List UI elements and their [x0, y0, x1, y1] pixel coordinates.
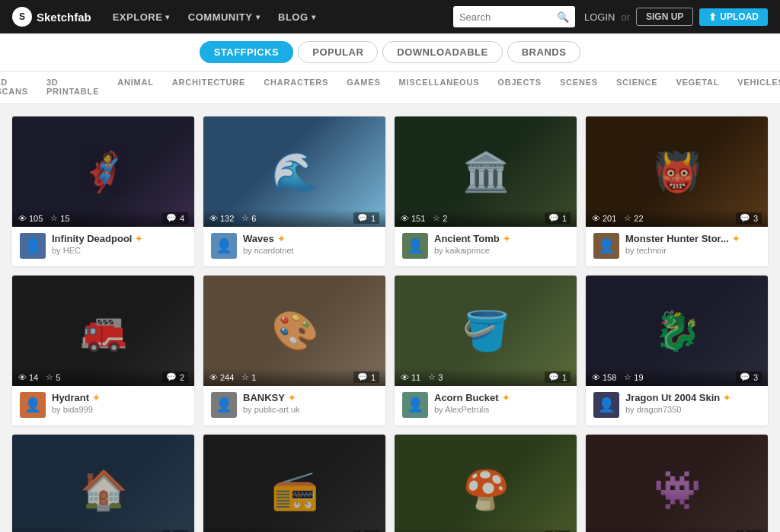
model-card[interactable]: 📻 👁 120 ☆ 8 💬 3 — [203, 435, 385, 532]
model-card[interactable]: 🍄 👁 142 ☆ 6 💬 2 — [395, 435, 577, 532]
cat-objects[interactable]: OBJECTS — [488, 78, 551, 96]
thumb-icon: 🐉 — [654, 309, 701, 353]
cat-science[interactable]: SCIENCE — [607, 78, 667, 96]
card-thumbnail[interactable]: 🐉 👁 158 ☆ 19 💬 3 — [586, 276, 768, 386]
view-count: 👁 244 — [209, 373, 234, 382]
card-thumbnail[interactable]: 🦸 👁 105 ☆ 15 💬 4 — [12, 116, 194, 227]
model-card[interactable]: 🏠 👁 99 ☆ 9 💬 3 — [12, 435, 194, 532]
star-icon: ☆ — [50, 213, 58, 223]
model-card[interactable]: 🏛️ 👁 151 ☆ 2 💬 1 — [395, 116, 577, 266]
comment-icon: 💬 — [740, 213, 750, 223]
tab-brands[interactable]: BRANDS — [507, 41, 581, 63]
thumb-icon: 🏠 — [80, 468, 127, 512]
card-thumbnail[interactable]: 📻 👁 120 ☆ 8 💬 3 — [203, 435, 385, 532]
avatar: 👤 — [402, 392, 428, 418]
tab-staffpicks[interactable]: STAFFPICKS — [200, 41, 294, 63]
tab-popular[interactable]: POPULAR — [298, 41, 378, 63]
card-info: 👤 Waves ✦ by ricardotnet — [203, 227, 385, 266]
avatar-icon: 👤 — [598, 237, 615, 254]
avatar-icon: 👤 — [407, 397, 424, 413]
model-card[interactable]: 🐉 👁 158 ☆ 19 💬 3 — [586, 276, 768, 425]
model-card[interactable]: 🚒 👁 14 ☆ 5 💬 2 — [12, 276, 194, 425]
site-logo[interactable]: S Sketchfab — [12, 7, 91, 27]
tab-downloadable[interactable]: DOWNLOADABLE — [382, 41, 502, 63]
card-thumbnail[interactable]: 👾 👁 104 ☆ 8 💬 3 — [586, 435, 768, 532]
like-count: ☆ 22 — [624, 213, 643, 223]
card-thumbnail[interactable]: 🏛️ 👁 151 ☆ 2 💬 1 — [395, 116, 577, 227]
comment-count: 💬 3 — [736, 371, 762, 383]
view-count: 👁 151 — [401, 214, 425, 223]
card-thumbnail[interactable]: 🏠 👁 99 ☆ 9 💬 3 — [12, 435, 194, 532]
card-info: 👤 Acorn Bucket ✦ by AlexPetrulis — [395, 386, 577, 425]
cat-characters[interactable]: CHARACTERS — [254, 78, 337, 96]
like-count: ☆ 19 — [624, 372, 643, 382]
search-bar: 🔍 — [453, 6, 575, 27]
nav-blog[interactable]: BLOG ▾ — [269, 0, 324, 33]
comment-count: 💬 1 — [545, 212, 571, 224]
star-icon: ☆ — [433, 213, 440, 223]
thumb-icon: 🚒 — [80, 309, 127, 353]
avatar: 👤 — [211, 233, 237, 259]
card-thumbnail[interactable]: 🌊 👁 132 ☆ 6 💬 1 — [203, 116, 385, 227]
card-thumbnail[interactable]: 👹 👁 201 ☆ 22 💬 3 — [586, 116, 768, 227]
model-card[interactable]: 🪣 👁 11 ☆ 3 💬 1 — [395, 276, 577, 425]
cat-miscellaneous[interactable]: MISCELLANEOUS — [390, 78, 489, 96]
card-title: BANKSY ✦ — [243, 392, 378, 403]
nav-community[interactable]: COMMUNITY ▾ — [179, 0, 269, 33]
cat-vegetal[interactable]: VEGETAL — [667, 78, 728, 96]
nav-explore[interactable]: EXPLORE ▾ — [104, 0, 179, 33]
cat-animal[interactable]: ANIMAL — [108, 78, 163, 96]
card-thumbnail[interactable]: 🚒 👁 14 ☆ 5 💬 2 — [12, 276, 194, 386]
signup-button[interactable]: SIGN UP — [636, 8, 693, 26]
thumb-stats: 👁 132 ☆ 6 — [209, 213, 256, 223]
category-bar: 3D SCANS 3D PRINTABLE ANIMAL ARCHITECTUR… — [0, 72, 780, 104]
card-text: Monster Hunter Stor... ✦ by technoir — [625, 233, 760, 255]
cat-architecture[interactable]: ARCHITECTURE — [163, 78, 254, 96]
verified-icon: ✦ — [92, 393, 100, 403]
card-title: Monster Hunter Stor... ✦ — [625, 233, 760, 244]
cat-3dprintable[interactable]: 3D PRINTABLE — [37, 78, 108, 96]
view-count: 👁 105 — [18, 214, 43, 223]
logo-icon: S — [12, 7, 32, 27]
star-icon: ☆ — [46, 372, 53, 382]
avatar-icon: 👤 — [216, 397, 232, 413]
upload-button[interactable]: ⬆ UPLOAD — [699, 8, 768, 26]
eye-icon: 👁 — [401, 373, 409, 382]
thumb-icon: 👾 — [654, 468, 701, 512]
card-author: by dragon7350 — [625, 405, 760, 414]
avatar-icon: 👤 — [24, 397, 41, 413]
thumb-overlay: 👁 201 ☆ 22 💬 3 — [586, 209, 768, 227]
cat-3dscans[interactable]: 3D SCANS — [0, 78, 37, 96]
login-link[interactable]: LOGIN — [584, 11, 615, 23]
card-author: by bida999 — [52, 405, 187, 414]
model-card[interactable]: 🎨 👁 244 ☆ 1 💬 1 — [203, 276, 385, 425]
card-text: Waves ✦ by ricardotnet — [243, 233, 378, 255]
thumb-overlay: 👁 120 ☆ 8 💬 3 — [203, 527, 385, 532]
star-icon: ☆ — [428, 372, 436, 382]
view-count: 👁 132 — [209, 214, 234, 223]
card-thumbnail[interactable]: 🎨 👁 244 ☆ 1 💬 1 — [203, 276, 385, 386]
card-thumbnail[interactable]: 🍄 👁 142 ☆ 6 💬 2 — [395, 435, 577, 532]
thumb-icon: 🎨 — [271, 309, 318, 353]
thumb-overlay: 👁 11 ☆ 3 💬 1 — [395, 368, 577, 386]
model-card[interactable]: 👹 👁 201 ☆ 22 💬 3 — [586, 116, 768, 266]
chevron-down-icon: ▾ — [165, 13, 170, 21]
thumb-overlay: 👁 158 ☆ 19 💬 3 — [586, 368, 768, 386]
card-thumbnail[interactable]: 🪣 👁 11 ☆ 3 💬 1 — [395, 276, 577, 386]
cat-scenes[interactable]: SCENES — [551, 78, 607, 96]
avatar-icon: 👤 — [24, 237, 41, 254]
model-card[interactable]: 👾 👁 104 ☆ 8 💬 3 — [586, 435, 768, 532]
search-input[interactable] — [459, 11, 554, 23]
card-info: 👤 Monster Hunter Stor... ✦ by technoir — [586, 227, 768, 266]
view-count: 👁 201 — [592, 214, 616, 223]
thumb-overlay: 👁 244 ☆ 1 💬 1 — [203, 368, 385, 386]
cat-vehicles[interactable]: VEHICLES — [728, 78, 780, 96]
card-title: Hydrant ✦ — [52, 392, 187, 403]
star-icon: ☆ — [241, 213, 249, 223]
model-card[interactable]: 🌊 👁 132 ☆ 6 💬 1 — [203, 116, 385, 266]
eye-icon: 👁 — [592, 373, 600, 382]
like-count: ☆ 1 — [241, 372, 256, 382]
model-card[interactable]: 🦸 👁 105 ☆ 15 💬 4 — [12, 116, 194, 266]
cat-games[interactable]: GAMES — [337, 78, 389, 96]
chevron-down-icon: ▾ — [256, 13, 261, 21]
